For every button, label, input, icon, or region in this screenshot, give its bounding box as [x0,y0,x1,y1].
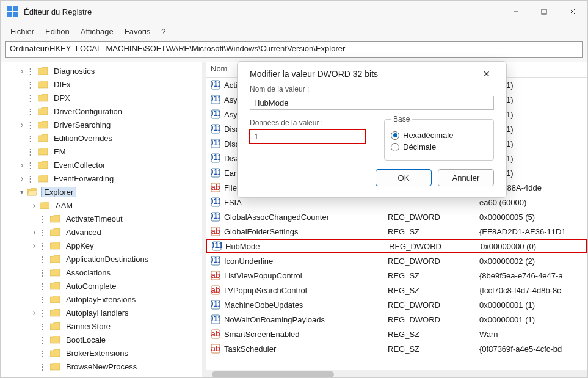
chevron-icon[interactable] [18,66,26,76]
tree-item-label: DriverConfiguration [51,107,125,116]
tree-item[interactable]: ⋮EditionOverrides [1,131,200,145]
svg-text:011: 011 [211,80,220,89]
tree-item[interactable]: ⋮EM [1,145,200,158]
cancel-button[interactable]: Annuler [438,169,494,186]
tree-connector-icon: ⋮ [26,174,34,183]
menu-file[interactable]: Fichier [10,27,34,36]
ok-button[interactable]: OK [376,169,432,186]
menu-view[interactable]: Affichage [81,27,114,36]
tree-item-label: EditionOverrides [51,134,115,143]
svg-text:011: 011 [211,139,220,147]
cell-type: REG_DWORD [383,314,474,325]
cell-data: 0x00000000 (0) [476,241,586,252]
tree-item[interactable]: ⋮BrokerExtensions [1,346,200,360]
tree-item[interactable]: ⋮BrowseNewProcess [1,360,200,373]
tree-item-label: Associations [64,268,113,277]
tree-connector-icon: ⋮ [26,80,34,89]
cell-name: abGlobalFolderSettings [206,225,383,238]
tree-item[interactable]: ⋮EventCollector [1,158,200,172]
tree-item-label: DriverSearching [51,120,113,129]
tree-item[interactable]: ⋮AppKey [1,239,200,252]
tree-item[interactable]: ⋮AutoplayExtensions [1,293,200,306]
svg-text:ab: ab [211,271,220,280]
chevron-icon[interactable] [30,227,38,237]
edit-dword-dialog: Modifier la valeur DWORD 32 bits ✕ Nom d… [237,61,507,198]
cell-name: abListViewPopupControl [206,269,383,282]
tree-item[interactable]: ⋮AutoplayHandlers [1,306,200,319]
cell-data: {fccf70c8-f4d7-4d8b-8c [474,285,587,296]
tree-item[interactable]: Explorer [1,185,200,198]
address-bar[interactable]: Ordinateur\HKEY_LOCAL_MACHINE\SOFTWARE\M… [5,41,583,58]
tree-connector-icon: ⋮ [26,161,34,170]
list-row[interactable]: abTaskSchedulerREG_SZ{0f87369f-a4e5-4cfc… [206,341,587,356]
chevron-icon[interactable] [18,120,26,129]
close-button[interactable] [558,1,586,23]
cell-type: REG_SZ [383,343,474,355]
radio-hex[interactable]: Hexadécimale [391,131,487,140]
chevron-icon[interactable] [30,241,38,250]
tree-item[interactable]: ⋮ActivateTimeout [1,212,200,225]
cell-name: abTaskScheduler [206,343,383,355]
list-row[interactable]: 011HubModeREG_DWORD0x00000000 (0) [206,239,587,253]
tree-item[interactable]: ⋮Advanced [1,225,200,239]
chevron-icon[interactable] [18,188,26,196]
tree-item[interactable]: ⋮ApplicationDestinations [1,252,200,266]
list-row[interactable]: 011MachineOobeUpdatesREG_DWORD0x00000001… [206,297,587,312]
cell-type [383,201,474,203]
tree-item-label: EventCollector [51,161,108,170]
list-row[interactable]: 011NoWaitOnRoamingPayloadsREG_DWORD0x000… [206,312,587,327]
tree-item[interactable]: ⋮BootLocale [1,333,200,346]
cell-data: {EF8AD2D1-AE36-11D1 [474,226,587,238]
list-row[interactable]: abSmartScreenEnabledREG_SZWarn [206,327,587,341]
svg-text:ab: ab [211,183,220,192]
chevron-icon[interactable] [18,160,26,170]
dialog-close-button[interactable]: ✕ [479,69,494,79]
value-data-input[interactable] [250,129,366,144]
tree-item-label: Diagnostics [51,67,97,76]
data-label: Données de la valeur : [250,118,366,127]
tree-item[interactable]: ⋮BannerStore [1,319,200,333]
tree-item[interactable]: ⋮DriverSearching [1,118,200,131]
minimize-button[interactable] [502,1,530,23]
menu-favorites[interactable]: Favoris [125,27,151,36]
tree-item[interactable]: ⋮DIFx [1,78,200,91]
chevron-icon[interactable] [30,200,38,210]
list-row[interactable]: abLVPopupSearchControlREG_SZ{fccf70c8-f4… [206,283,587,297]
base-fieldset: Base Hexadécimale Décimale [384,115,494,161]
maximize-button[interactable] [530,1,558,23]
app-icon [7,5,19,18]
tree-item-label: BootLocale [64,335,108,344]
tree-item[interactable]: ⋮AutoComplete [1,279,200,293]
tree-item[interactable]: AAM [1,198,200,212]
menu-help[interactable]: ? [161,27,165,36]
cell-data: 0x00000005 (5) [474,211,587,223]
tree-item[interactable]: ⋮Associations [1,266,200,279]
cell-data: 0x00000001 (1) [474,314,587,325]
tree-connector-icon: ⋮ [38,349,46,358]
cell-type: REG_SZ [383,226,474,238]
tree-item[interactable]: ⋮DriverConfiguration [1,104,200,118]
radio-dec[interactable]: Décimale [391,142,487,151]
cell-type: REG_DWORD [383,299,474,311]
list-row[interactable]: abGlobalFolderSettingsREG_SZ{EF8AD2D1-AE… [206,224,587,239]
tree-item[interactable]: ⋮Diagnostics [1,64,200,78]
horizontal-scrollbar[interactable] [206,370,587,378]
svg-text:011: 011 [211,314,220,323]
list-row[interactable]: 011GlobalAssocChangedCounterREG_DWORD0x0… [206,209,587,224]
cell-name: 011IconUnderline [206,255,383,267]
tree-item[interactable]: ⋮DPX [1,91,200,104]
cell-type: REG_DWORD [383,255,474,267]
menu-edit[interactable]: Edition [45,27,70,36]
chevron-icon[interactable] [18,173,26,183]
tree-item[interactable]: ⋮EventForwarding [1,172,200,185]
svg-text:011: 011 [211,197,220,206]
svg-text:ab: ab [211,329,220,338]
tree-item-label: DPX [51,93,73,103]
chevron-icon[interactable] [30,308,38,318]
svg-text:ab: ab [211,227,220,236]
tree-item-label: ActivateTimeout [64,214,125,224]
list-row[interactable]: 011IconUnderlineREG_DWORD0x00000002 (2) [206,253,587,268]
svg-rect-2 [7,12,12,17]
list-row[interactable]: abListViewPopupControlREG_SZ{8be9f5ea-e7… [206,268,587,283]
tree-view[interactable]: ⋮Diagnostics⋮DIFx⋮DPX⋮DriverConfiguratio… [1,62,202,378]
